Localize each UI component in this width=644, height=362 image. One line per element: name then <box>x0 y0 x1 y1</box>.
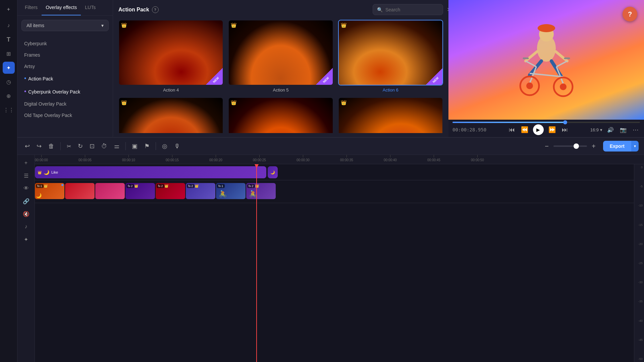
fx-badge-6: fx·2 <box>187 184 195 188</box>
track-eye-btn[interactable]: 👁 <box>21 183 32 194</box>
skip-end-btn[interactable]: ⏭ <box>560 126 569 134</box>
effect-card-action8[interactable]: 👑 NEW Action 8 <box>228 97 333 133</box>
all-items-dropdown[interactable]: All items ▾ <box>21 20 109 31</box>
ruler-mark-25: 00:00:25 <box>253 155 266 162</box>
video-clip-4[interactable]: fx·2 👑 <box>125 183 155 199</box>
zoom-slider[interactable] <box>553 145 587 147</box>
playhead[interactable] <box>256 164 257 362</box>
skip-start-btn[interactable]: ⏮ <box>507 126 516 134</box>
track-fx-btn[interactable]: ✦ <box>21 234 32 245</box>
mic-btn[interactable]: 🎙 <box>172 141 182 151</box>
track-list-btn[interactable]: ☰ <box>21 170 32 181</box>
export-dropdown-btn[interactable]: ▾ <box>631 141 639 152</box>
progress-thumb[interactable] <box>563 120 567 124</box>
timeline-area: + ☰ 👁 🔗 🔇 ♪ ✦ 00:00:00 00:00:05 00:00 <box>17 155 644 362</box>
screenshot-btn[interactable]: 📷 <box>619 126 628 134</box>
effect-card-action6[interactable]: 👑 NEW Action 6 <box>338 20 443 93</box>
zoom-in-btn[interactable]: + <box>590 141 598 152</box>
export-btn[interactable]: Export <box>603 141 631 152</box>
top-panel: Filters Overlay effects LUTs All items ▾… <box>17 0 644 137</box>
bike-icon: 🚴 <box>219 190 227 198</box>
sidebar-item-artsy[interactable]: Artsy <box>17 61 113 72</box>
redo-btn[interactable]: ↪ <box>35 141 44 151</box>
pack-help-icon[interactable]: ? <box>152 6 159 13</box>
flag-btn[interactable]: ⚑ <box>142 141 152 151</box>
grid-icon[interactable]: ⋮⋮ <box>3 104 15 116</box>
sidebar-item-cyberpunk-overlay[interactable]: Cyberpunk Overlay Pack <box>17 85 113 98</box>
vol-neg50: -50 <box>636 357 643 361</box>
vol-neg15: -15 <box>636 223 643 227</box>
tab-filters[interactable]: Filters <box>21 0 42 15</box>
music-icon[interactable]: ♪ <box>3 19 15 32</box>
effect-card-action4[interactable]: 👑 NEW Action 4 <box>118 20 223 93</box>
new-badge-action5: NEW <box>316 68 333 85</box>
preview-panel: 00:00:28.950 ⏮ ⏪ ▶ ⏩ ⏭ 16:9 ▾ <box>448 0 644 137</box>
clip-icon-1: 🌙 <box>36 193 42 198</box>
sidebar-item-frames[interactable]: Frames <box>17 49 113 61</box>
video-clip-5[interactable]: fx·2 👑 <box>156 183 185 199</box>
svg-line-5 <box>556 52 567 61</box>
overlay-clip-like[interactable]: 👑 🌙 Like <box>35 166 266 178</box>
video-clip-8[interactable]: fx·2 👑 🚴 <box>246 183 276 199</box>
video-clip-3[interactable] <box>95 183 125 199</box>
ruler-mark-30: 00:00:30 <box>297 155 310 162</box>
zoom-thumb[interactable] <box>574 143 579 149</box>
help-fab-btn[interactable]: ? <box>623 7 637 21</box>
overlay-track: 👑 🌙 Like 🌙 <box>35 166 278 179</box>
effects-icon[interactable]: ✦ <box>3 62 15 74</box>
puzzle-icon[interactable]: ⊕ <box>3 90 15 102</box>
add-track-btn[interactable]: + <box>21 158 32 168</box>
empty-track-row <box>35 203 644 362</box>
target-btn[interactable]: ◎ <box>160 141 169 151</box>
sticker-icon[interactable]: ⊞ <box>3 48 15 60</box>
volume-btn[interactable]: 🔊 <box>606 126 615 134</box>
play-btn[interactable]: ▶ <box>533 124 544 135</box>
crop-btn[interactable]: ⊡ <box>88 141 97 151</box>
progress-bar[interactable] <box>452 122 640 123</box>
effect-name-action6: Action 6 <box>383 87 398 93</box>
track-mute-btn[interactable]: 🔇 <box>21 208 32 219</box>
sidebar-item-action-pack[interactable]: Action Pack <box>17 72 113 85</box>
track-link-btn[interactable]: 🔗 <box>21 196 32 206</box>
svg-line-4 <box>526 52 537 61</box>
tab-overlay-effects[interactable]: Overlay effects <box>42 0 81 15</box>
svg-line-11 <box>526 61 536 67</box>
delete-btn[interactable]: 🗑 <box>46 141 56 151</box>
aspect-chevron-icon[interactable]: ▾ <box>600 127 602 132</box>
fx-badge-8: fx·2 <box>247 184 255 188</box>
timer-btn[interactable]: ⏱ <box>99 141 109 151</box>
fx-badge-7: fx·1 <box>217 184 225 188</box>
vol-neg25: -25 <box>636 261 643 265</box>
video-clip-2[interactable] <box>65 183 95 199</box>
media-btn[interactable]: ▣ <box>130 141 140 151</box>
rotate-btn[interactable]: ↻ <box>76 141 85 151</box>
sidebar-item-digital-overlay[interactable]: Digital Overlay Pack <box>17 98 113 110</box>
video-clip-6[interactable]: fx·2 👑 <box>186 183 215 199</box>
vol-0: 0 <box>636 166 643 169</box>
tab-luts[interactable]: LUTs <box>81 0 100 15</box>
prev-frame-btn[interactable]: ⏪ <box>520 125 530 134</box>
effect-card-action7[interactable]: 👑 NEW Action 7 <box>118 97 223 133</box>
undo-btn[interactable]: ↩ <box>23 141 32 151</box>
search-box: 🔍 ✕ <box>373 4 443 15</box>
sidebar-item-cyberpunk[interactable]: Cyberpunk <box>17 38 113 49</box>
ruler-mark-50: 00:00:50 <box>471 155 484 162</box>
overlay-clip-extra[interactable]: 🌙 <box>268 166 278 178</box>
search-input[interactable] <box>385 7 444 12</box>
timer-icon[interactable]: ◷ <box>3 76 15 88</box>
add-icon[interactable]: + <box>3 3 15 15</box>
fx-badge-4: fx·2 <box>126 184 134 188</box>
zoom-out-btn[interactable]: − <box>543 141 551 152</box>
video-clip-1[interactable]: fx·1 👑 🌙 <box>35 183 64 199</box>
track-audio-btn[interactable]: ♪ <box>21 221 32 232</box>
cut-btn[interactable]: ✂ <box>65 142 73 151</box>
sidebar-item-old-tape[interactable]: Old Tape Overlay Pack <box>17 110 113 121</box>
effect-card-action9[interactable]: 👑 NEW Action 9 <box>338 97 443 133</box>
more-btn[interactable]: ⋯ <box>631 125 640 134</box>
timeline-left: + ☰ 👁 🔗 🔇 ♪ ✦ <box>17 155 35 362</box>
text-icon[interactable]: T <box>3 34 15 46</box>
settings-btn[interactable]: ⚌ <box>112 141 121 151</box>
next-frame-btn[interactable]: ⏩ <box>547 125 557 134</box>
effect-card-action5[interactable]: 👑 NEW Action 5 <box>228 20 333 93</box>
video-clip-7[interactable]: fx·1 🚴 <box>216 183 246 199</box>
